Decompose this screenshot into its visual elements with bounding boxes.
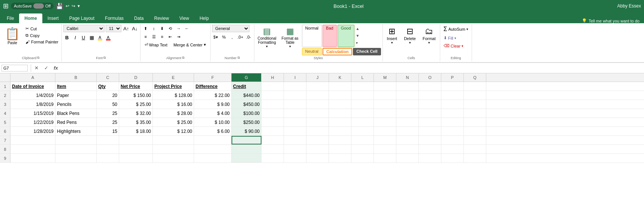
cell-M7[interactable] <box>374 136 396 144</box>
cell-N3[interactable] <box>396 100 419 109</box>
cell-A2[interactable]: 1/4/2019 <box>10 91 55 100</box>
cell-N7[interactable] <box>396 136 419 144</box>
cell-M4[interactable] <box>374 109 396 118</box>
decrease-font-button[interactable]: A↓ <box>131 25 139 32</box>
align-top-button[interactable]: ⬆ <box>142 25 149 32</box>
tab-page-layout[interactable]: Page Layout <box>64 13 100 23</box>
cell-J6[interactable] <box>306 127 329 135</box>
cell-B6[interactable]: Highlighters <box>55 127 97 135</box>
cell-F2[interactable]: $ 22.00 <box>194 91 232 100</box>
cell-Q2[interactable] <box>464 91 486 100</box>
undo-icon[interactable]: ↩ <box>66 3 69 9</box>
cell-K3[interactable] <box>329 100 351 109</box>
indent-increase-button[interactable]: → <box>175 25 182 32</box>
cell-L4[interactable] <box>351 109 374 118</box>
save-icon[interactable]: 💾 <box>56 3 63 10</box>
text-direction-button[interactable]: ⟲ <box>167 25 174 32</box>
cell-E3[interactable]: $ 16.00 <box>153 100 194 109</box>
col-header-L[interactable]: L <box>351 73 374 82</box>
col-header-B[interactable]: B <box>55 73 97 82</box>
enter-formula-button[interactable]: ✓ <box>42 65 50 71</box>
cell-P8[interactable] <box>441 145 464 153</box>
decrease-indent-button[interactable]: ⇤ <box>167 33 174 40</box>
cell-G1[interactable]: Credit <box>232 82 261 91</box>
percent-button[interactable]: % <box>220 33 228 41</box>
cell-H3[interactable] <box>261 100 284 109</box>
cell-P7[interactable] <box>441 136 464 144</box>
cell-H6[interactable] <box>261 127 284 135</box>
col-header-K[interactable]: K <box>329 73 351 82</box>
font-expand-icon[interactable]: ⧉ <box>103 56 106 60</box>
cell-D2[interactable]: $ 150.00 <box>119 91 153 100</box>
tab-data[interactable]: Data <box>129 13 149 23</box>
cell-A9[interactable] <box>10 154 55 162</box>
decrease-decimal-button[interactable]: .0- <box>245 33 253 41</box>
indent-decrease-button[interactable]: ← <box>183 25 191 32</box>
cell-K6[interactable] <box>329 127 351 135</box>
cell-G7[interactable] <box>232 136 261 144</box>
cell-Q3[interactable] <box>464 100 486 109</box>
cell-J9[interactable] <box>306 154 329 162</box>
cell-F3[interactable]: $ 9.00 <box>194 100 232 109</box>
cell-I9[interactable] <box>284 154 306 162</box>
styles-expand[interactable]: ▾ <box>356 41 360 45</box>
cell-K9[interactable] <box>329 154 351 162</box>
cell-L3[interactable] <box>351 100 374 109</box>
cell-K5[interactable] <box>329 118 351 127</box>
cell-F4[interactable]: $ 4.00 <box>194 109 232 118</box>
conditional-formatting-button[interactable]: ▤ ConditionalFormatting ▾ <box>256 25 278 50</box>
cell-Q6[interactable] <box>464 127 486 135</box>
cell-N2[interactable] <box>396 91 419 100</box>
cell-O9[interactable] <box>419 154 441 162</box>
autosave-toggle[interactable] <box>33 3 44 9</box>
cell-M3[interactable] <box>374 100 396 109</box>
cell-Q4[interactable] <box>464 109 486 118</box>
cell-H2[interactable] <box>261 91 284 100</box>
copy-button[interactable]: ⧉ Copy <box>24 32 60 39</box>
tab-file[interactable]: File <box>1 13 19 23</box>
cell-O5[interactable] <box>419 118 441 127</box>
cell-G6[interactable]: $ 90.00 <box>232 127 261 135</box>
cell-B7[interactable] <box>55 136 97 144</box>
cell-B8[interactable] <box>55 145 97 153</box>
cell-O4[interactable] <box>419 109 441 118</box>
cell-C7[interactable] <box>97 136 119 144</box>
quick-access-more[interactable]: ▾ <box>78 3 80 9</box>
number-expand-icon[interactable]: ⧉ <box>238 56 240 60</box>
currency-button[interactable]: $▾ <box>212 33 220 41</box>
col-header-Q[interactable]: Q <box>464 73 486 82</box>
cell-P1[interactable] <box>441 82 464 91</box>
cell-M2[interactable] <box>374 91 396 100</box>
cell-B9[interactable] <box>55 154 97 162</box>
cell-M1[interactable] <box>374 82 396 91</box>
cell-D1[interactable]: Net Price <box>119 82 153 91</box>
cell-I8[interactable] <box>284 145 306 153</box>
align-bottom-button[interactable]: ⬇ <box>158 25 166 32</box>
col-header-C[interactable]: C <box>97 73 119 82</box>
cell-C4[interactable]: 25 <box>97 109 119 118</box>
tab-help[interactable]: Help <box>194 13 214 23</box>
cell-C6[interactable]: 15 <box>97 127 119 135</box>
cell-O8[interactable] <box>419 145 441 153</box>
cell-J7[interactable] <box>306 136 329 144</box>
borders-button[interactable]: ▦ <box>88 34 96 41</box>
col-header-A[interactable]: A <box>10 73 55 82</box>
col-header-G[interactable]: G <box>232 73 261 82</box>
autosum-button[interactable]: Σ AutoSum ▾ <box>442 25 470 34</box>
tab-home[interactable]: Home <box>19 13 42 23</box>
cell-G8[interactable] <box>232 145 261 153</box>
comma-button[interactable]: , <box>229 33 236 41</box>
cell-A6[interactable]: 1/28/2019 <box>10 127 55 135</box>
formula-input[interactable] <box>61 66 643 71</box>
cell-O7[interactable] <box>419 136 441 144</box>
cell-F8[interactable] <box>194 145 232 153</box>
cell-J1[interactable] <box>306 82 329 91</box>
align-center-button[interactable]: ☰ <box>150 33 158 40</box>
cell-G9[interactable] <box>232 154 261 162</box>
cell-I6[interactable] <box>284 127 306 135</box>
cell-H1[interactable] <box>261 82 284 91</box>
style-good-button[interactable]: Good <box>338 25 354 47</box>
col-header-F[interactable]: F <box>194 73 232 82</box>
cell-D5[interactable]: $ 35.00 <box>119 118 153 127</box>
cell-P5[interactable] <box>441 118 464 127</box>
